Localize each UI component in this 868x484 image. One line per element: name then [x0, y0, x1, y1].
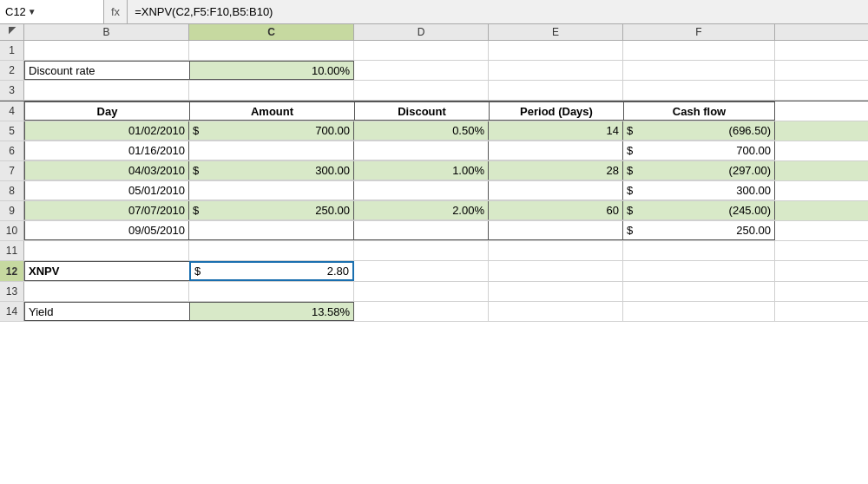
header-day: Day [97, 105, 118, 118]
cell-f9[interactable]: $(245.00) [623, 201, 775, 220]
row-num-12: 12 [0, 261, 24, 281]
cell-f8[interactable]: $300.00 [623, 181, 775, 200]
row-num-6: 6 [0, 141, 24, 160]
cell-e10[interactable] [489, 221, 623, 240]
cell-e1[interactable] [489, 41, 623, 60]
cell-reference-box[interactable]: C12 ▼ [0, 0, 104, 23]
cell-f7[interactable]: $(297.00) [623, 161, 775, 180]
cell-b1[interactable] [24, 41, 189, 60]
cell-e5[interactable]: 14 [489, 121, 623, 141]
cell-b7[interactable]: 04/03/2010 [24, 161, 189, 180]
cell-d7[interactable]: 1.00% [354, 161, 489, 180]
cell-c8[interactable] [189, 181, 354, 200]
cell-c5[interactable]: $700.00 [189, 121, 354, 141]
cell-b9[interactable]: 07/07/2010 [24, 201, 189, 220]
cell-d10[interactable] [354, 221, 489, 240]
xnpv-value: 2.80 [327, 265, 349, 278]
col-header-d[interactable]: D [354, 24, 489, 40]
cell-e7[interactable]: 28 [489, 161, 623, 180]
row-1: 1 [0, 41, 868, 61]
cell-c12[interactable]: $ 2.80 [189, 261, 354, 281]
row-3: 3 [0, 81, 868, 101]
cell-b5[interactable]: 01/02/2010 [24, 121, 189, 141]
cell-d11[interactable] [354, 241, 489, 260]
cell-e3[interactable] [489, 81, 623, 100]
header-period: Period (Days) [520, 105, 593, 118]
cell-f4[interactable]: Cash flow [623, 101, 775, 121]
cell-b13[interactable] [24, 282, 189, 301]
cell-e11[interactable] [489, 241, 623, 260]
cell-e9[interactable]: 60 [489, 201, 623, 220]
cell-c10[interactable] [189, 221, 354, 240]
cell-d6[interactable] [354, 141, 489, 160]
cell-d5[interactable]: 0.50% [354, 121, 489, 141]
cell-b4[interactable]: Day [24, 101, 189, 121]
cell-f12[interactable] [623, 261, 775, 281]
cell-e8[interactable] [489, 181, 623, 200]
cell-c7[interactable]: $300.00 [189, 161, 354, 180]
cell-c3[interactable] [189, 81, 354, 100]
fx-button[interactable]: fx [104, 0, 128, 23]
cell-b2[interactable]: Discount rate [24, 61, 189, 80]
cell-e4[interactable]: Period (Days) [489, 101, 623, 121]
header-amount: Amount [251, 105, 293, 118]
cell-b11[interactable] [24, 241, 189, 260]
cell-e14[interactable] [489, 302, 623, 321]
row-num-10: 10 [0, 221, 24, 240]
cell-d9[interactable]: 2.00% [354, 201, 489, 220]
cell-f14[interactable] [623, 302, 775, 321]
cell-c11[interactable] [189, 241, 354, 260]
cell-d3[interactable] [354, 81, 489, 100]
col-header-c[interactable]: C [189, 24, 354, 40]
cell-c1[interactable] [189, 41, 354, 60]
cell-b14[interactable]: Yield [24, 302, 189, 321]
cell-f10[interactable]: $250.00 [623, 221, 775, 240]
cell-c14[interactable]: 13.58% [189, 302, 354, 321]
xnpv-label: XNPV [29, 265, 59, 278]
cell-f11[interactable] [623, 241, 775, 260]
formula-input[interactable]: =XNPV(C2,F5:F10,B5:B10) [128, 5, 868, 18]
discount-rate-label: Discount rate [29, 64, 95, 77]
cell-b12[interactable]: XNPV [24, 261, 189, 281]
row-13: 13 [0, 282, 868, 302]
cell-d1[interactable] [354, 41, 489, 60]
col-header-e[interactable]: E [489, 24, 623, 40]
cell-e12[interactable] [489, 261, 623, 281]
cell-e13[interactable] [489, 282, 623, 301]
cell-f13[interactable] [623, 282, 775, 301]
cell-c4[interactable]: Amount [189, 101, 354, 121]
row-num-9: 9 [0, 201, 24, 220]
yield-label: Yield [29, 305, 53, 318]
cell-d14[interactable] [354, 302, 489, 321]
cell-d4[interactable]: Discount [354, 101, 489, 121]
corner-cell: ◤ [0, 24, 24, 40]
cell-d12[interactable] [354, 261, 489, 281]
cell-d8[interactable] [354, 181, 489, 200]
header-discount: Discount [398, 105, 446, 118]
yield-value: 13.58% [312, 305, 350, 318]
cell-b6[interactable]: 01/16/2010 [24, 141, 189, 160]
cell-d13[interactable] [354, 282, 489, 301]
cell-f3[interactable] [623, 81, 775, 100]
row-num-7: 7 [0, 161, 24, 180]
cell-e6[interactable] [489, 141, 623, 160]
fx-label: fx [111, 5, 120, 18]
cell-f1[interactable] [623, 41, 775, 60]
cell-b8[interactable]: 05/01/2010 [24, 181, 189, 200]
cell-b3[interactable] [24, 81, 189, 100]
row-num-5: 5 [0, 121, 24, 141]
cell-d2[interactable] [354, 61, 489, 80]
cell-f5[interactable]: $(696.50) [623, 121, 775, 141]
cell-c6[interactable] [189, 141, 354, 160]
col-header-b[interactable]: B [24, 24, 189, 40]
cell-b10[interactable]: 09/05/2010 [24, 221, 189, 240]
col-header-f[interactable]: F [623, 24, 775, 40]
cell-f6[interactable]: $700.00 [623, 141, 775, 160]
row-7: 7 04/03/2010 $300.00 1.00% 28 $(297.00) [0, 161, 868, 181]
cell-ref-dropdown-icon[interactable]: ▼ [28, 7, 36, 16]
cell-e2[interactable] [489, 61, 623, 80]
cell-c2[interactable]: 10.00% [189, 61, 354, 80]
cell-f2[interactable] [623, 61, 775, 80]
cell-c13[interactable] [189, 282, 354, 301]
cell-c9[interactable]: $250.00 [189, 201, 354, 220]
